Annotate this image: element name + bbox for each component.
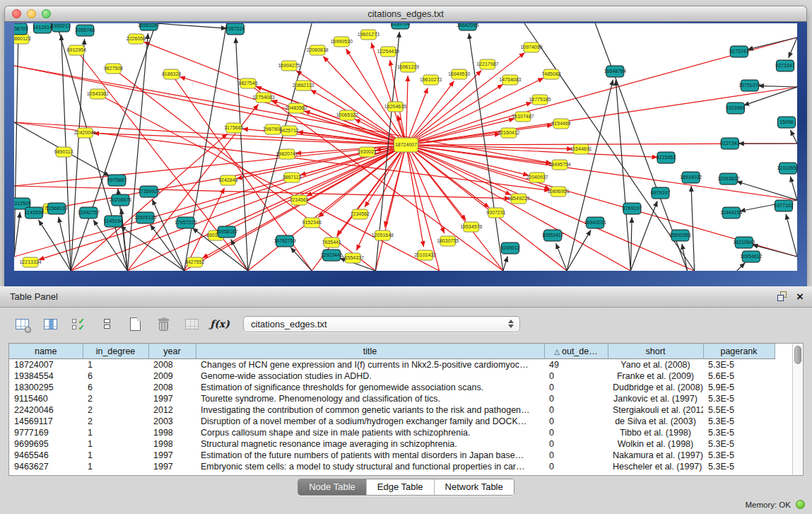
graph-node[interactable]: 8130704: [391, 23, 410, 29]
graph-node[interactable]: 1858705: [14, 23, 28, 35]
graph-node[interactable]: 17957223: [175, 217, 196, 228]
graph-node[interactable]: 9152346: [302, 218, 321, 228]
graph-node[interactable]: 16904275: [278, 61, 300, 71]
graph-node[interactable]: 13505135: [134, 212, 156, 223]
graph-node[interactable]: 20483562: [285, 103, 307, 113]
delete-icon[interactable]: [154, 315, 172, 333]
graph-node[interactable]: 1930021: [358, 147, 377, 157]
column-header-short[interactable]: short: [608, 344, 703, 359]
graph-node[interactable]: 12923446: [321, 250, 343, 261]
graph-node[interactable]: 19601273: [358, 30, 379, 40]
graph-node[interactable]: 14754083: [499, 75, 521, 85]
table-row[interactable]: 977716911998Corpus callosum shape and si…: [9, 427, 775, 438]
graph-node[interactable]: 16642095: [457, 23, 478, 30]
graph-node[interactable]: 7635441: [322, 238, 341, 247]
graph-node[interactable]: 8769197: [623, 203, 642, 214]
graph-node[interactable]: 20101432: [414, 250, 436, 260]
column-header-title[interactable]: title: [196, 344, 544, 359]
graph-node[interactable]: 20862113: [293, 81, 314, 90]
graph-node[interactable]: 9975887: [107, 175, 126, 186]
table-row[interactable]: 946362711997Embryonic stem cells: a mode…: [9, 461, 775, 472]
graph-node[interactable]: 9890113: [54, 147, 73, 157]
column-header-name[interactable]: name: [9, 344, 83, 359]
graph-node[interactable]: 18775185: [529, 95, 551, 105]
window-titlebar[interactable]: citations_edges.txt: [4, 6, 807, 22]
column-header-pagerank[interactable]: pagerank: [703, 344, 775, 359]
function-builder-icon[interactable]: ƒ(x): [211, 315, 229, 333]
table-row[interactable]: 2242004622012Investigating the contribut…: [9, 404, 775, 416]
graph-node[interactable]: 16204635: [384, 102, 406, 112]
graph-node[interactable]: 10974093: [520, 42, 542, 52]
graph-node[interactable]: 16958187: [216, 226, 237, 238]
table-row[interactable]: 911546021997Tourette syndrome. Phenomeno…: [9, 393, 775, 404]
graph-node[interactable]: 9154469: [551, 119, 570, 129]
graph-node[interactable]: 16554337: [342, 253, 364, 263]
graph-node[interactable]: 16961229: [397, 62, 419, 72]
graph-node[interactable]: 16949510: [448, 69, 470, 79]
show-columns-icon[interactable]: [41, 315, 59, 333]
graph-node[interactable]: 12213334: [19, 257, 41, 267]
graph-node[interactable]: 9827508: [104, 64, 123, 74]
graph-node[interactable]: 1143508: [25, 207, 44, 218]
graph-node[interactable]: 12093832: [717, 173, 739, 185]
graph-node[interactable]: 15751074: [739, 80, 760, 91]
graph-node[interactable]: 10954612: [740, 251, 762, 262]
graph-node[interactable]: 9242848: [218, 175, 237, 185]
scrollbar-thumb[interactable]: [794, 346, 801, 364]
graph-node[interactable]: 6979197: [651, 187, 670, 199]
graph-node[interactable]: 12160412: [498, 128, 519, 138]
tab-network-table[interactable]: Network Table: [434, 479, 514, 495]
new-file-icon[interactable]: [126, 315, 144, 333]
table-panel-header[interactable]: Table Panel ×: [0, 286, 812, 308]
graph-node[interactable]: 16210643: [733, 237, 755, 248]
graph-node[interactable]: 12051648: [372, 230, 394, 240]
float-window-icon[interactable]: [777, 291, 788, 302]
graph-node[interactable]: 3867113: [283, 173, 302, 182]
graph-node[interactable]: 8186328: [162, 69, 181, 79]
graph-node[interactable]: 10065327: [336, 110, 358, 120]
graph-node[interactable]: 12444154: [720, 207, 742, 218]
graph-node[interactable]: 22060818: [307, 45, 329, 55]
graph-node[interactable]: 7485083: [541, 69, 560, 79]
graph-node[interactable]: 17359924: [138, 186, 160, 197]
graph-node[interactable]: 22420046: [74, 128, 96, 138]
graph-node[interactable]: 16553287: [138, 23, 160, 30]
graph-node[interactable]: 1412414: [33, 23, 52, 33]
graph-node[interactable]: 8912954: [67, 45, 86, 55]
graph-node[interactable]: 8427552: [185, 257, 204, 267]
graph-node[interactable]: 3175685: [224, 123, 243, 133]
table-row[interactable]: 1830029562008Estimation of significance …: [9, 382, 775, 393]
graph-node[interactable]: 9273347: [775, 60, 794, 71]
network-canvas[interactable]: 1872400788601238912954222605898275081054…: [14, 23, 797, 271]
graph-node[interactable]: 16107487: [512, 112, 534, 122]
graph-node[interactable]: 13942757: [78, 207, 100, 218]
graph-node[interactable]: 16942031: [584, 217, 606, 228]
table-selector[interactable]: citations_edges.txt: [243, 316, 520, 332]
graph-node[interactable]: 18495754: [548, 160, 570, 170]
close-panel-icon[interactable]: ×: [796, 291, 804, 302]
graph-node[interactable]: 12254439: [377, 47, 399, 57]
graph-node[interactable]: 19610273: [420, 75, 442, 85]
table-row[interactable]: 1456911722003Disruption of a novel membe…: [9, 416, 775, 427]
graph-node[interactable]: 19820741: [276, 149, 298, 159]
graph-node[interactable]: 9273743: [729, 46, 748, 57]
table-row[interactable]: 946554611997Estimation of the future num…: [9, 450, 775, 461]
graph-node[interactable]: 16648784: [604, 66, 626, 77]
graph-node[interactable]: 9307231: [486, 208, 505, 218]
select-all-icon[interactable]: ✓ ✓: [69, 315, 88, 333]
graph-node[interactable]: 18549223: [507, 194, 529, 204]
graph-node[interactable]: 18724007: [394, 138, 418, 152]
vertical-scrollbar[interactable]: [792, 344, 803, 475]
graph-node[interactable]: 18914032: [680, 172, 702, 183]
table-row[interactable]: 1872400712008Changes of HCN gene express…: [9, 359, 775, 371]
table-settings-icon[interactable]: [13, 315, 31, 333]
graph-node[interactable]: 9245012: [500, 243, 519, 254]
graph-node[interactable]: 11568139: [46, 203, 68, 214]
graph-node[interactable]: 12217987: [476, 59, 498, 69]
graph-node[interactable]: 9425712: [279, 126, 298, 136]
graph-node[interactable]: 22040937: [526, 173, 548, 182]
table-row[interactable]: 969969511998Structural magnetic resonanc…: [9, 438, 775, 450]
graph-node[interactable]: 6377102: [774, 200, 793, 211]
graph-node[interactable]: 16990510: [331, 37, 353, 47]
graph-node[interactable]: 7957224: [225, 23, 245, 35]
